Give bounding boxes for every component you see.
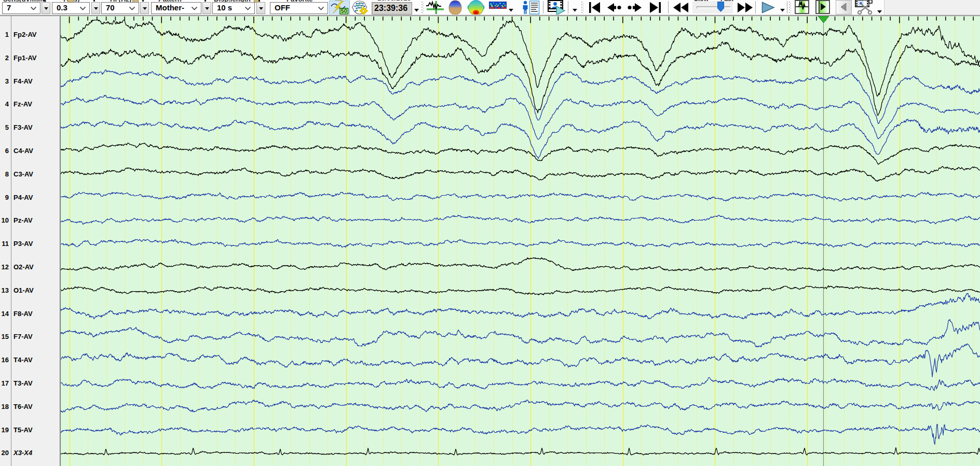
svg-text:50: 50 <box>341 8 347 14</box>
